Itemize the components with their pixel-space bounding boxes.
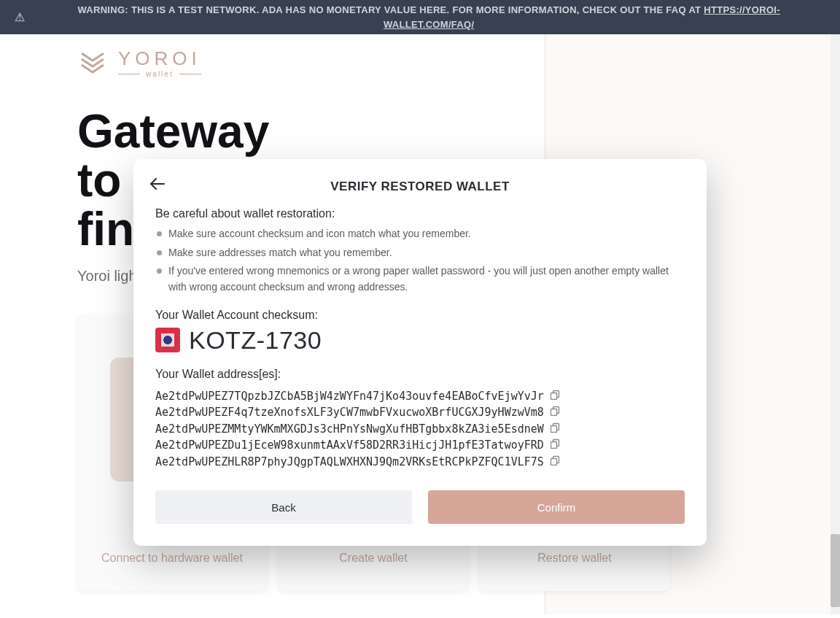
svg-rect-16 [551, 458, 556, 465]
svg-rect-10 [551, 409, 556, 416]
checksum-value: KOTZ-1730 [189, 326, 322, 355]
testnet-warning-bar: ⚠ WARNING: THIS IS A TEST NETWORK. ADA H… [0, 0, 840, 34]
modal-bullet: Make sure addresses match what you remem… [155, 245, 685, 261]
warning-icon: ⚠ [15, 9, 25, 26]
address-row: Ae2tdPwUPEZF4q7tzeXnofsXLF3yCW7mwbFVxucw… [155, 404, 685, 421]
back-button[interactable]: Back [155, 490, 412, 524]
checksum-row: KOTZ-1730 [155, 326, 685, 355]
modal-bullet-list: Make sure account checksum and icon matc… [155, 226, 685, 296]
modal-button-row: Back Confirm [155, 490, 685, 524]
verify-restored-wallet-modal: VERIFY RESTORED WALLET Be careful about … [133, 159, 707, 546]
address-row: Ae2tdPwUPEZ7TQpzbJZCbA5BjW4zWYFn47jKo43o… [155, 388, 685, 405]
address-row: Ae2tdPwUPEZHLR8P7phyJQgpTAQLWXHXNJ9Qm2VR… [155, 454, 685, 471]
checksum-identicon-icon [155, 328, 180, 352]
address-row: Ae2tdPwUPEZMMtyYWKmMXGDJs3cHPnYsNwgXufHB… [155, 421, 685, 438]
addresses-section-label: Your Wallet address[es]: [155, 368, 685, 381]
checksum-section-label: Your Wallet Account checksum: [155, 309, 685, 322]
copy-icon[interactable] [550, 437, 560, 454]
address-row: Ae2tdPwUPEZDu1jEceW98xunmtAAxVf58D2RR3iH… [155, 437, 685, 454]
copy-icon[interactable] [550, 404, 560, 421]
confirm-button[interactable]: Confirm [428, 490, 685, 524]
svg-rect-14 [551, 442, 556, 449]
modal-bullet: If you've entered wrong mnemonics or a w… [155, 263, 685, 295]
copy-icon[interactable] [550, 454, 560, 471]
copy-icon[interactable] [550, 421, 560, 438]
svg-rect-12 [551, 425, 556, 432]
svg-rect-8 [551, 393, 556, 399]
modal-intro: Be careful about wallet restoration: [155, 207, 685, 220]
address-text: Ae2tdPwUPEZDu1jEceW98xunmtAAxVf58D2RR3iH… [155, 437, 544, 454]
address-text: Ae2tdPwUPEZHLR8P7phyJQgpTAQLWXHXNJ9Qm2VR… [155, 454, 544, 471]
address-text: Ae2tdPwUPEZ7TQpzbJZCbA5BjW4zWYFn47jKo43o… [155, 388, 544, 405]
back-arrow-icon[interactable] [149, 178, 166, 193]
copy-icon[interactable] [550, 388, 560, 405]
address-text: Ae2tdPwUPEZF4q7tzeXnofsXLF3yCW7mwbFVxucw… [155, 404, 544, 421]
address-list: Ae2tdPwUPEZ7TQpzbJZCbA5BjW4zWYFn47jKo43o… [155, 388, 685, 471]
modal-bullet: Make sure account checksum and icon matc… [155, 226, 685, 242]
address-text: Ae2tdPwUPEZMMtyYWKmMXGDJs3cHPnYsNwgXufHB… [155, 421, 544, 438]
modal-title: VERIFY RESTORED WALLET [155, 179, 685, 194]
warning-text: WARNING: THIS IS A TEST NETWORK. ADA HAS… [77, 4, 704, 15]
modal-backdrop: VERIFY RESTORED WALLET Be careful about … [0, 34, 840, 614]
